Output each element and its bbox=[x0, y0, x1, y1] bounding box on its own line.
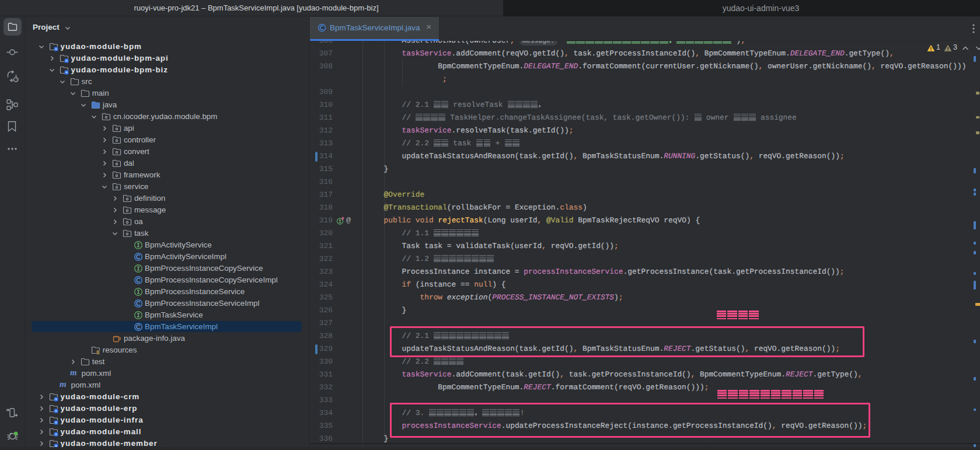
svg-text:?: ? bbox=[15, 78, 18, 82]
